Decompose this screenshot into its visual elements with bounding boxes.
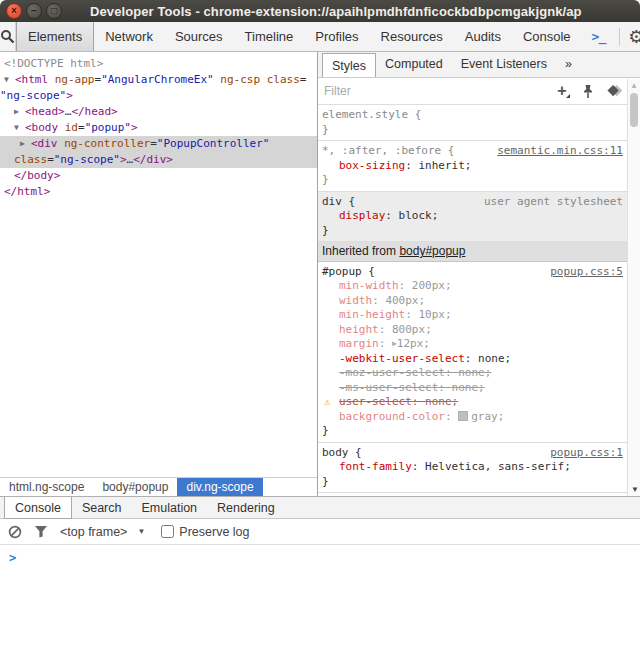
styles-scrollbar[interactable]: ▲ ▼ xyxy=(627,79,640,496)
crumb-div-ng-scope[interactable]: div.ng-scope xyxy=(177,478,262,496)
css-property[interactable]: -moz-user-select: none; xyxy=(322,366,627,381)
css-property[interactable]: -webkit-user-select: none; xyxy=(322,352,627,367)
tab-profiles[interactable]: Profiles xyxy=(304,22,369,51)
scrollbar-up-icon[interactable]: ▲ xyxy=(630,81,638,90)
crumb-body-popup[interactable]: body#popup xyxy=(93,478,177,496)
css-semicolon: ; xyxy=(485,366,492,379)
css-property-value: inherit xyxy=(418,159,464,172)
styles-filter-input[interactable] xyxy=(324,84,554,98)
css-colon: : xyxy=(372,294,385,307)
dom-tree-line[interactable]: "ng-scope"> xyxy=(0,88,317,104)
dom-token-tag: > xyxy=(120,153,127,166)
dom-token-attr: ng-app xyxy=(55,73,95,86)
dom-tree-line[interactable]: class="ng-scope">…</div> xyxy=(0,152,317,168)
dom-token-tag: > xyxy=(131,121,138,134)
tab-rendering[interactable]: Rendering xyxy=(207,497,285,518)
expanded-arrow-icon: ▼ xyxy=(14,120,25,136)
dom-tree-line[interactable]: ▶<div ng-controller="PopupController" xyxy=(0,136,317,152)
css-colon: : xyxy=(445,366,458,379)
css-property[interactable]: display: block; xyxy=(322,209,627,224)
dom-tree-line[interactable]: ▼<body id="popup"> xyxy=(0,120,317,136)
css-property[interactable]: min-height: 10px; xyxy=(322,308,627,323)
stylesheet-link[interactable]: popup.css:1 xyxy=(550,446,627,461)
scrollbar-down-icon[interactable]: ▼ xyxy=(631,485,639,494)
dom-tree-line[interactable]: </body> xyxy=(0,168,317,184)
tab-emulation[interactable]: Emulation xyxy=(131,497,207,518)
tab-sources[interactable]: Sources xyxy=(164,22,234,51)
css-semicolon: ; xyxy=(498,410,505,423)
search-icon xyxy=(0,29,15,44)
css-close-brace: } xyxy=(322,173,627,188)
crumb-html-ng-scope[interactable]: html.ng-scope xyxy=(0,478,93,496)
devtools-toolbar: ElementsNetworkSourcesTimelineProfilesRe… xyxy=(0,22,640,52)
dom-token-tag: <div xyxy=(31,137,58,150)
stylesheet-link[interactable]: popup.css:5 xyxy=(550,265,627,280)
dom-token-tag: <html xyxy=(15,73,48,86)
console-drawer-toggle-icon[interactable]: >_ xyxy=(582,29,616,44)
tab-more[interactable]: » xyxy=(556,52,581,77)
css-property[interactable]: min-width: 200px; xyxy=(322,279,627,294)
preserve-log-checkbox[interactable] xyxy=(161,525,174,538)
console-filter-button[interactable] xyxy=(34,525,48,538)
tab-console[interactable]: Console xyxy=(4,497,72,519)
css-property-value: 200px xyxy=(412,279,445,292)
settings-gear-icon[interactable]: ⚙ xyxy=(624,28,640,46)
css-property[interactable]: height: 800px; xyxy=(322,323,627,338)
pin-icon xyxy=(581,84,595,99)
toolbar-right: >_ ⚙ xyxy=(582,22,640,51)
element-state-diamond-button[interactable] xyxy=(606,83,622,99)
inherited-from-target[interactable]: body#popup xyxy=(399,244,465,258)
tab-timeline[interactable]: Timeline xyxy=(234,22,305,51)
main-split: <!DOCTYPE html>▼<html ng-app="AngularChr… xyxy=(0,52,640,496)
tab-event-listeners[interactable]: Event Listeners xyxy=(452,52,556,77)
css-property[interactable]: margin: ▶12px; xyxy=(322,337,627,352)
dom-token-val: "AngularChromeEx" xyxy=(101,73,214,86)
scrollbar-thumb[interactable] xyxy=(630,93,638,127)
frame-selector-dropdown[interactable]: <top frame> ▼ xyxy=(60,525,145,539)
css-colon: : xyxy=(445,410,458,423)
css-property[interactable]: background-color: gray; xyxy=(322,410,627,425)
css-property[interactable]: font-family: Helvetica, sans-serif; xyxy=(322,460,627,475)
tab-console[interactable]: Console xyxy=(512,22,582,51)
css-property-name: margin xyxy=(339,337,379,350)
css-property-name: min-height xyxy=(339,308,405,321)
dom-tree-line[interactable]: <!DOCTYPE html> xyxy=(0,56,317,72)
css-property[interactable]: box-sizing: inherit; xyxy=(322,159,627,174)
dom-token-tag: <body xyxy=(25,121,58,134)
window-close-button[interactable]: × xyxy=(6,3,22,19)
clear-console-button[interactable] xyxy=(8,525,22,539)
dom-token-plain: = xyxy=(47,153,54,166)
tab-elements[interactable]: Elements xyxy=(16,22,94,51)
css-property-name: user-select xyxy=(339,395,412,408)
inspect-element-button[interactable] xyxy=(0,22,16,51)
frame-selector-value: <top frame> xyxy=(60,525,127,539)
styles-sidebar: StylesComputedEvent Listeners» + xyxy=(318,52,640,496)
new-style-rule-button[interactable]: + xyxy=(554,83,570,99)
dom-tree-line[interactable]: ▶<head>…</head> xyxy=(0,104,317,120)
stylesheet-link[interactable]: semantic.min.css:11 xyxy=(497,144,627,159)
toggle-element-state-button[interactable] xyxy=(580,83,596,99)
tab-resources[interactable]: Resources xyxy=(370,22,454,51)
tab-computed[interactable]: Computed xyxy=(376,52,452,77)
console-prompt[interactable]: > xyxy=(0,545,640,565)
tab-styles[interactable]: Styles xyxy=(322,53,376,77)
dom-tree-line[interactable]: ▼<html ng-app="AngularChromeEx" ng-csp c… xyxy=(0,72,317,88)
panel-tabs: ElementsNetworkSourcesTimelineProfilesRe… xyxy=(16,22,582,51)
tab-search[interactable]: Search xyxy=(72,497,132,518)
preserve-log-option[interactable]: Preserve log xyxy=(161,525,249,539)
dom-token-attr: class xyxy=(14,153,47,166)
window-maximize-button[interactable]: □ xyxy=(46,3,62,19)
css-property[interactable]: ⚠user-select: none; xyxy=(322,395,627,410)
dom-tree-line[interactable]: </html> xyxy=(0,184,317,200)
tab-audits[interactable]: Audits xyxy=(454,22,512,51)
css-semicolon: ; xyxy=(425,323,432,336)
tab-network[interactable]: Network xyxy=(94,22,164,51)
css-colon: : xyxy=(379,337,392,350)
dom-token-tag: </html> xyxy=(4,185,50,198)
inherited-from-label: Inherited from xyxy=(322,244,399,258)
window-minimize-button[interactable]: − xyxy=(26,3,42,19)
css-semicolon: ; xyxy=(419,294,426,307)
css-property[interactable]: -ms-user-select: none; xyxy=(322,381,627,396)
css-property[interactable]: width: 400px; xyxy=(322,294,627,309)
css-colon: : xyxy=(405,308,418,321)
